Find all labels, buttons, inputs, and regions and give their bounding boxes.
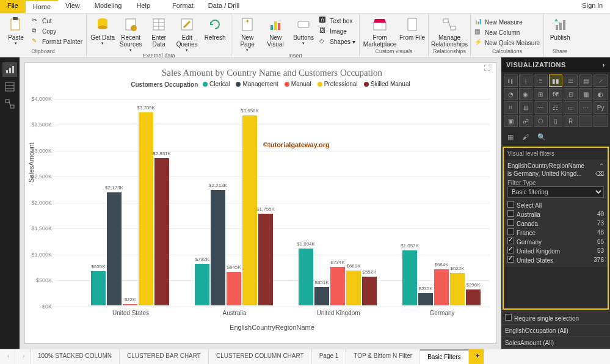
publish-button[interactable]: Publish xyxy=(546,15,573,41)
bar[interactable]: $2,173K xyxy=(107,192,122,305)
visual-type-icon[interactable]: ⟊ xyxy=(519,75,533,87)
add-page-button[interactable]: + xyxy=(469,349,484,364)
tab-modeling[interactable]: Modeling xyxy=(87,0,129,13)
analytics-tab[interactable]: 🔍 xyxy=(537,133,546,141)
filter-type-select[interactable]: Basic filtering xyxy=(507,186,604,198)
legend-item[interactable]: Clerical xyxy=(203,81,230,87)
visual-type-icon[interactable] xyxy=(579,115,593,127)
new-visual-button[interactable]: New Visual xyxy=(262,15,289,48)
bar[interactable]: $552K xyxy=(362,277,377,305)
visual-type-icon[interactable] xyxy=(594,115,608,127)
image-button[interactable]: 🖼Image xyxy=(318,26,357,36)
visual-type-icon[interactable]: ⊡ xyxy=(564,88,578,100)
visual-type-icon[interactable]: ⋯ xyxy=(579,101,593,114)
signin-link[interactable]: Sign in xyxy=(575,0,610,13)
bar[interactable]: $296K xyxy=(466,289,481,305)
bar[interactable]: $2,831K xyxy=(154,158,169,305)
paste-button[interactable]: Paste▾ xyxy=(2,15,29,46)
bar[interactable]: $1,755K xyxy=(258,214,273,305)
clear-icon[interactable]: ⌫ xyxy=(595,170,604,177)
bar[interactable]: $734K xyxy=(330,267,345,305)
visual-type-icon[interactable]: Py xyxy=(594,101,608,114)
recent-sources-button[interactable]: Recent Sources▾ xyxy=(117,15,144,53)
visual-type-icon[interactable]: 〰 xyxy=(534,101,548,114)
bar[interactable]: $645K xyxy=(227,272,241,305)
visual-type-icon[interactable]: ▦ xyxy=(579,88,593,100)
page-tab[interactable]: 100% STACKED COLUMN xyxy=(31,349,120,364)
new-page-button[interactable]: ✦New Page▾ xyxy=(234,15,261,53)
fields-tab[interactable]: ▦ xyxy=(507,133,514,141)
new-measure-button[interactable]: 📊New Measure xyxy=(473,17,541,27)
legend-item[interactable]: Management xyxy=(236,81,278,87)
visual-type-icon[interactable]: ⊟ xyxy=(519,101,533,114)
tab-file[interactable]: File xyxy=(0,0,26,13)
visual-type-icon[interactable]: ☰ xyxy=(564,75,578,87)
checkbox-icon[interactable] xyxy=(507,238,514,244)
data-view-button[interactable] xyxy=(2,79,17,94)
visual-type-icon[interactable]: ◐ xyxy=(594,88,608,100)
filter-item[interactable]: France48 xyxy=(507,228,604,237)
tab-home[interactable]: Home xyxy=(26,0,58,13)
checkbox-icon[interactable] xyxy=(505,314,512,321)
from-file-button[interactable]: From File xyxy=(399,15,426,41)
filter-item[interactable]: Select All xyxy=(507,200,604,209)
filter-salesamount[interactable]: SalesAmount (All) xyxy=(501,337,610,349)
page-tab[interactable]: CLUSTERED COLUMN CHART xyxy=(209,349,312,364)
legend-item[interactable]: Skilled Manual xyxy=(364,81,410,87)
filter-item[interactable]: Australia40 xyxy=(507,209,604,219)
checkbox-icon[interactable] xyxy=(507,228,514,235)
new-column-button[interactable]: ▥New Column xyxy=(473,27,541,37)
format-tab[interactable]: 🖌 xyxy=(522,133,529,141)
next-page-button[interactable]: › xyxy=(15,349,31,364)
filter-occupation[interactable]: EnglishOccupation (All) xyxy=(501,324,610,337)
get-data-button[interactable]: Get Data▾ xyxy=(89,15,116,46)
visual-type-icon[interactable]: ≡ xyxy=(534,75,548,87)
checkbox-icon[interactable] xyxy=(507,256,514,263)
checkbox-icon[interactable] xyxy=(507,247,514,253)
manage-relationships-button[interactable]: Manage Relationships xyxy=(431,15,468,48)
page-tab[interactable]: Basic Filters xyxy=(420,349,468,364)
marketplace-button[interactable]: From Marketplace xyxy=(362,15,398,48)
checkbox-icon[interactable] xyxy=(507,210,514,217)
focus-mode-icon[interactable]: ⛶ xyxy=(484,64,492,73)
bar[interactable]: $792K xyxy=(195,264,209,305)
format-painter-button[interactable]: ✎Format Painter xyxy=(31,37,84,46)
checkbox-icon[interactable] xyxy=(507,201,514,208)
chevron-up-icon[interactable]: ⌃ xyxy=(599,162,604,169)
visual-type-icon[interactable]: ◉ xyxy=(519,88,533,100)
visual-type-icon[interactable]: ◔ xyxy=(504,88,518,100)
enter-data-button[interactable]: Enter Data xyxy=(145,15,172,48)
cut-button[interactable]: ✂Cut xyxy=(31,16,84,26)
edit-queries-button[interactable]: Edit Queries▾ xyxy=(173,15,200,53)
bar[interactable]: $235K xyxy=(418,293,433,305)
visual-type-icon[interactable]: ⫾⫿ xyxy=(504,75,518,87)
report-canvas[interactable]: ⛶ Sales Amount by Country Name and Custo… xyxy=(24,62,496,344)
legend-item[interactable]: Manual xyxy=(285,81,311,87)
bar[interactable]: $2,213K xyxy=(211,190,225,305)
visual-type-icon[interactable]: ⟋ xyxy=(594,75,608,87)
model-view-button[interactable] xyxy=(2,96,17,111)
visual-type-icon[interactable]: ▣ xyxy=(504,115,518,127)
filter-card[interactable]: EnglishCountryRegionName⌃ is Germany, Un… xyxy=(504,159,608,267)
prev-page-button[interactable]: ‹ xyxy=(0,349,15,364)
visual-type-icon[interactable]: 🗺 xyxy=(549,88,563,100)
bar[interactable]: $1,094K xyxy=(299,249,313,305)
filter-item[interactable]: United Kingdom53 xyxy=(507,246,604,255)
refresh-button[interactable]: Refresh xyxy=(202,15,228,41)
page-tab[interactable]: CLUSTERED BAR CHART xyxy=(120,349,209,364)
textbox-button[interactable]: 🅰Text box xyxy=(318,16,357,26)
require-single-row[interactable]: Require single selection xyxy=(501,311,610,324)
bar[interactable]: $1,057K xyxy=(402,250,417,305)
bar[interactable]: $3,656K xyxy=(242,115,257,305)
tab-data-drill[interactable]: Data / Drill xyxy=(201,0,247,13)
shapes-button[interactable]: ◇Shapes ▾ xyxy=(318,37,357,46)
report-view-button[interactable] xyxy=(2,62,17,77)
bar[interactable]: $622K xyxy=(450,273,465,305)
visual-type-icon[interactable]: ⎔ xyxy=(534,115,548,127)
tab-help[interactable]: Help xyxy=(129,0,158,13)
legend-item[interactable]: Professional xyxy=(318,81,358,87)
bar[interactable]: $3,709K xyxy=(139,112,153,305)
checkbox-icon[interactable] xyxy=(507,219,514,226)
visual-type-icon[interactable]: ▭ xyxy=(564,101,578,114)
visual-type-icon[interactable]: ▯ xyxy=(549,115,563,127)
